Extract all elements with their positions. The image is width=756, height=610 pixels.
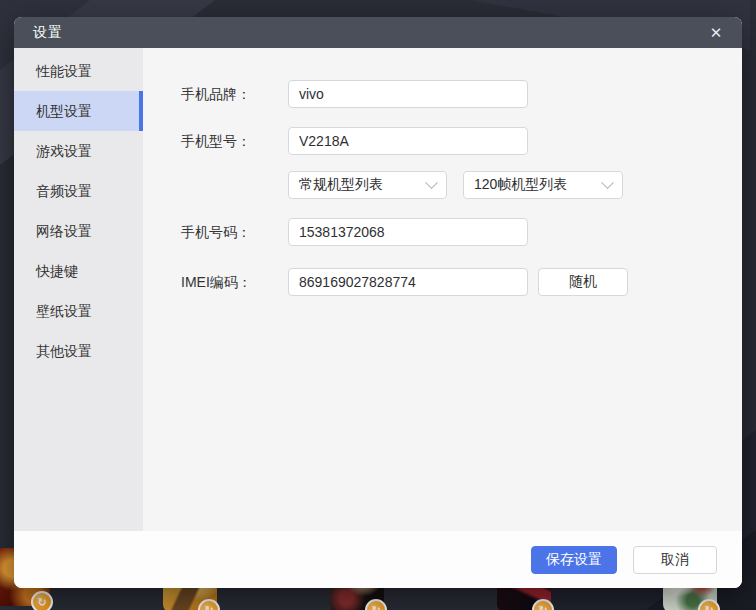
imei-input[interactable] bbox=[288, 268, 528, 296]
dialog-title: 设置 bbox=[33, 24, 63, 42]
phone-model-input[interactable] bbox=[288, 127, 528, 155]
coin-badge-icon: ↻ bbox=[198, 599, 220, 610]
settings-dialog: 设置 ✕ 性能设置 机型设置 游戏设置 音频设置 网络设置 快捷键 壁纸设置 其… bbox=[14, 17, 742, 588]
coin-badge-icon: ↻ bbox=[532, 599, 554, 610]
close-icon[interactable]: ✕ bbox=[706, 23, 726, 43]
coin-badge-icon: ↻ bbox=[365, 599, 387, 610]
phone-brand-input[interactable] bbox=[288, 80, 528, 108]
imei-label: IMEI编码： bbox=[181, 268, 252, 296]
save-settings-button[interactable]: 保存设置 bbox=[531, 546, 617, 574]
regular-model-list-value: 常规机型列表 bbox=[299, 176, 383, 194]
regular-model-list-dropdown[interactable]: 常规机型列表 bbox=[288, 171, 447, 199]
chevron-down-icon bbox=[601, 176, 614, 189]
sidebar-item-network[interactable]: 网络设置 bbox=[14, 211, 143, 251]
sidebar-item-device-model[interactable]: 机型设置 bbox=[14, 91, 143, 131]
device-model-panel: 手机品牌： 手机型号： 常规机型列表 120帧机型列表 手机号码： IMEI编码… bbox=[143, 48, 742, 531]
coin-badge-icon: ↻ bbox=[31, 591, 53, 610]
imei-random-button[interactable]: 随机 bbox=[538, 268, 628, 296]
dialog-titlebar: 设置 ✕ bbox=[14, 17, 742, 48]
coin-badge-icon: ↻ bbox=[698, 599, 720, 610]
phone-model-label: 手机型号： bbox=[181, 127, 251, 155]
dialog-footer: 保存设置 取消 bbox=[14, 531, 742, 588]
fps120-model-list-value: 120帧机型列表 bbox=[474, 176, 567, 194]
phone-brand-label: 手机品牌： bbox=[181, 80, 251, 108]
chevron-down-icon bbox=[425, 176, 438, 189]
phone-number-label: 手机号码： bbox=[181, 218, 251, 246]
phone-number-input[interactable] bbox=[288, 218, 528, 246]
sidebar-item-wallpaper[interactable]: 壁纸设置 bbox=[14, 291, 143, 331]
fps120-model-list-dropdown[interactable]: 120帧机型列表 bbox=[463, 171, 623, 199]
sidebar-item-performance[interactable]: 性能设置 bbox=[14, 51, 143, 91]
cancel-button[interactable]: 取消 bbox=[633, 546, 717, 574]
sidebar-item-hotkey[interactable]: 快捷键 bbox=[14, 251, 143, 291]
settings-sidebar: 性能设置 机型设置 游戏设置 音频设置 网络设置 快捷键 壁纸设置 其他设置 bbox=[14, 48, 143, 531]
sidebar-item-other[interactable]: 其他设置 bbox=[14, 331, 143, 371]
sidebar-item-game[interactable]: 游戏设置 bbox=[14, 131, 143, 171]
sidebar-item-audio[interactable]: 音频设置 bbox=[14, 171, 143, 211]
